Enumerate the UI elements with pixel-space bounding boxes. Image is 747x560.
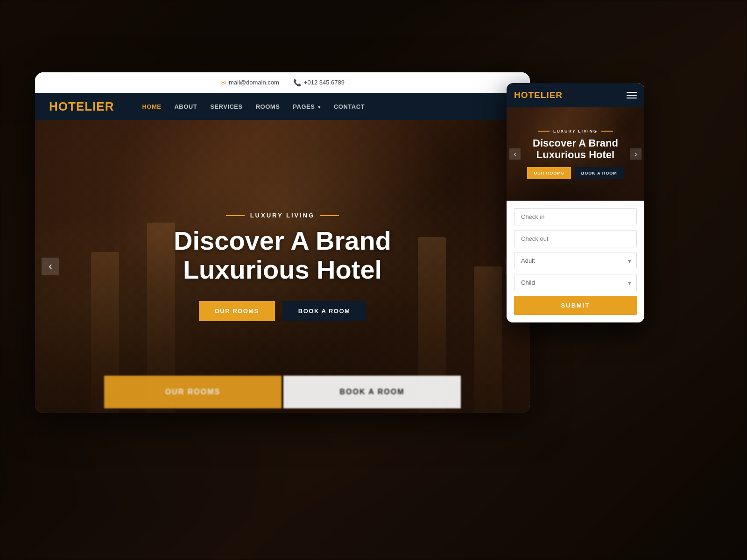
phone-contact: 📞 +012 345 6789 [293,79,345,86]
hero-content: LUXURY LIVING Discover A Brand Luxurious… [35,120,530,413]
desktop-bottom-bar: OUR ROOMS BOOK A ROOM [35,371,530,413]
mobile-hero: ‹ LUXURY LIVING Discover A Brand Luxurio… [507,107,644,201]
mobile-navbar: HOTELIER [507,83,644,107]
nav-link-services[interactable]: SERVICES [210,103,243,110]
phone-icon: 📞 [293,79,301,86]
nav-item-contact[interactable]: CONTACT [334,102,365,111]
email-address: mail@domain.com [229,79,279,86]
mobile-luxury-label: LUXURY LIVING [538,129,613,133]
our-rooms-button[interactable]: OUR ROOMS [199,301,275,321]
mobile-hero-title-line1: Discover A Brand [533,137,618,149]
nav-item-about[interactable]: ABOUT [174,102,197,111]
nav-link-about[interactable]: ABOUT [174,103,197,110]
hamburger-menu[interactable] [627,92,637,98]
hero-title-line1: Discover A Brand [174,226,391,255]
mobile-hero-buttons: OUR ROOMS BOOK A ROOM [527,167,623,179]
adult-select[interactable]: Adult 1 Adult 2 Adults 3 Adults [514,252,637,269]
email-contact: ✉ mail@domain.com [220,79,279,86]
child-select-wrapper: Child 0 Child 1 Child 2 Children [514,274,637,291]
bottom-book-btn: BOOK A ROOM [283,376,461,408]
bottom-rooms-btn: OUR ROOMS [104,376,282,408]
mobile-hero-title-line2: Luxurious Hotel [536,149,614,161]
mobile-luxury-line-right [601,131,613,132]
nav-link-rooms[interactable]: ROOMS [256,103,280,110]
hero-title: Discover A Brand Luxurious Hotel [174,226,391,284]
mobile-hero-title: Discover A Brand Luxurious Hotel [533,137,618,161]
nav-item-pages[interactable]: PAGES ▾ [293,102,321,111]
nav-item-services[interactable]: SERVICES [210,102,243,111]
submit-button[interactable]: SUBMIT [514,296,637,315]
hamburger-line-3 [627,98,637,98]
desktop-navbar: HOTELIER HOME ABOUT SERVICES ROOMS PAGES… [35,93,530,120]
hamburger-line-2 [627,95,637,96]
nav-link-contact[interactable]: CONTACT [334,103,365,110]
mobile-our-rooms-button[interactable]: OUR ROOMS [527,167,571,179]
desktop-topbar: ✉ mail@domain.com 📞 +012 345 6789 [35,72,530,93]
mobile-luxury-line-left [538,131,550,132]
hero-title-line2: Luxurious Hotel [183,255,382,284]
mobile-hero-next-arrow[interactable]: › [630,148,641,160]
adult-select-wrapper: Adult 1 Adult 2 Adults 3 Adults [514,252,637,269]
mobile-brand-logo[interactable]: HOTELIER [514,90,563,100]
luxury-label: LUXURY LIVING [226,212,339,219]
mobile-booking-form: Adult 1 Adult 2 Adults 3 Adults Child 0 … [507,201,644,322]
desktop-hero: ‹ LUXURY LIVING Discover A Brand Luxurio… [35,120,530,413]
mobile-mockup: HOTELIER ‹ LUXURY LIVING Discover A Bran… [507,83,644,322]
checkout-input[interactable] [514,230,637,247]
nav-link-home[interactable]: HOME [142,103,161,110]
nav-link-pages[interactable]: PAGES ▾ [293,103,321,110]
main-wrapper: ✉ mail@domain.com 📞 +012 345 6789 HOTELI… [0,0,747,560]
pages-dropdown-arrow: ▾ [318,105,321,110]
nav-item-rooms[interactable]: ROOMS [256,102,280,111]
hamburger-line-1 [627,92,637,93]
luxury-line-right [320,215,339,216]
mobile-luxury-text: LUXURY LIVING [553,129,598,133]
hero-buttons: OUR ROOMS BOOK A ROOM [199,301,366,321]
luxury-line-left [226,215,245,216]
mobile-book-room-button[interactable]: BOOK A ROOM [575,167,624,179]
luxury-text: LUXURY LIVING [250,212,315,219]
checkin-input[interactable] [514,208,637,225]
mail-icon: ✉ [220,79,226,86]
nav-item-home[interactable]: HOME [142,102,161,111]
desktop-nav-links: HOME ABOUT SERVICES ROOMS PAGES ▾ CONTAC… [142,102,365,111]
book-room-button[interactable]: BOOK A ROOM [282,301,366,321]
desktop-mockup: ✉ mail@domain.com 📞 +012 345 6789 HOTELI… [35,72,530,413]
child-select[interactable]: Child 0 Child 1 Child 2 Children [514,274,637,291]
desktop-brand-logo[interactable]: HOTELIER [49,99,114,114]
mobile-hero-content: LUXURY LIVING Discover A Brand Luxurious… [507,107,644,201]
phone-number: +012 345 6789 [304,79,345,86]
